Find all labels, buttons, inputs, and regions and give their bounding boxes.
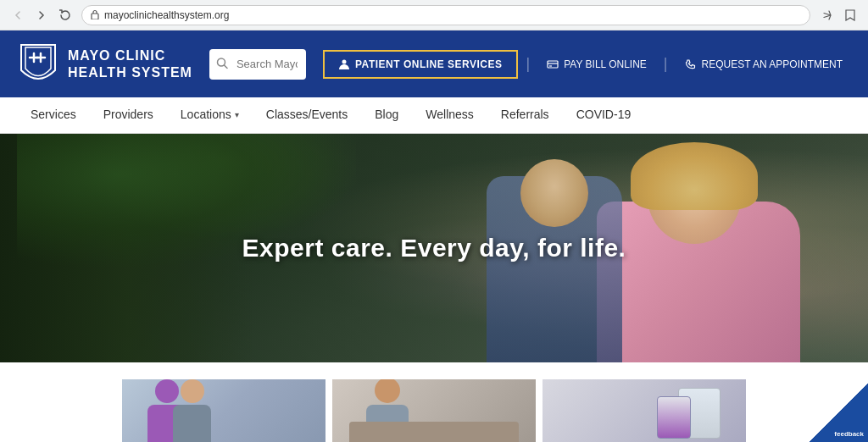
card1-person2	[173, 379, 211, 442]
svg-point-2	[342, 59, 347, 64]
svg-rect-0	[92, 14, 98, 19]
browser-actions	[817, 6, 860, 25]
address-bar[interactable]: mayoclinichealthsystem.org	[81, 5, 810, 25]
search-icon	[216, 57, 228, 71]
browser-controls	[8, 6, 75, 25]
search-area	[209, 49, 306, 80]
bookmark-button[interactable]	[841, 6, 860, 25]
logo-area[interactable]: MAYO CLINIC HEALTH SYSTEM	[17, 41, 192, 87]
hero-man-face	[520, 159, 588, 227]
card-thumb-2[interactable]	[332, 379, 536, 442]
refresh-button[interactable]	[56, 6, 75, 25]
lock-icon	[91, 9, 99, 21]
back-button[interactable]	[8, 6, 27, 25]
share-button[interactable]	[817, 6, 836, 25]
hero-tagline: Expert care. Every day, for life.	[242, 234, 626, 262]
svg-rect-3	[548, 61, 558, 68]
hero-woman-hair	[631, 142, 758, 210]
card3-product2	[657, 396, 691, 439]
request-appointment-button[interactable]: REQUEST AN APPOINTMENT	[676, 52, 851, 77]
hero-text-overlay: Expert care. Every day, for life.	[242, 234, 626, 262]
forward-button[interactable]	[32, 6, 51, 25]
logo-text: MAYO CLINIC HEALTH SYSTEM	[68, 47, 192, 80]
site-nav: Services Providers Locations ▾ Classes/E…	[0, 97, 868, 134]
card-thumb-3[interactable]	[542, 379, 746, 442]
corner-ribbon: feedback	[809, 383, 868, 442]
nav-item-covid19[interactable]: COVID-19	[563, 97, 645, 133]
header-actions: PATIENT ONLINE SERVICES | PAY BILL ONLIN…	[323, 50, 851, 79]
site-header: MAYO CLINIC HEALTH SYSTEM PATIENT ONLINE…	[0, 30, 868, 97]
url-text: mayoclinichealthsystem.org	[104, 9, 801, 21]
card-thumb-1[interactable]	[122, 379, 326, 442]
nav-item-locations[interactable]: Locations ▾	[167, 97, 253, 133]
chevron-down-icon: ▾	[235, 110, 239, 119]
phone-icon	[685, 58, 697, 70]
browser-chrome: mayoclinichealthsystem.org	[0, 0, 868, 30]
credit-card-icon	[547, 58, 559, 70]
patient-online-services-button[interactable]: PATIENT ONLINE SERVICES	[323, 50, 518, 79]
nav-item-services[interactable]: Services	[17, 97, 90, 133]
card2-couch	[349, 422, 519, 442]
nav-item-wellness[interactable]: Wellness	[412, 97, 487, 133]
nav-item-providers[interactable]: Providers	[90, 97, 167, 133]
cards-row	[0, 362, 868, 442]
divider: |	[526, 55, 531, 73]
hero-section: Expert care. Every day, for life.	[0, 134, 868, 362]
nav-item-classes-events[interactable]: Classes/Events	[253, 97, 361, 133]
divider-2: |	[664, 55, 668, 73]
nav-item-blog[interactable]: Blog	[361, 97, 412, 133]
pay-bill-button[interactable]: PAY BILL ONLINE	[538, 52, 655, 77]
mayo-clinic-logo	[17, 41, 59, 87]
nav-item-referrals[interactable]: Referrals	[487, 97, 563, 133]
ribbon-text: feedback	[834, 430, 864, 438]
person-icon	[338, 58, 350, 70]
